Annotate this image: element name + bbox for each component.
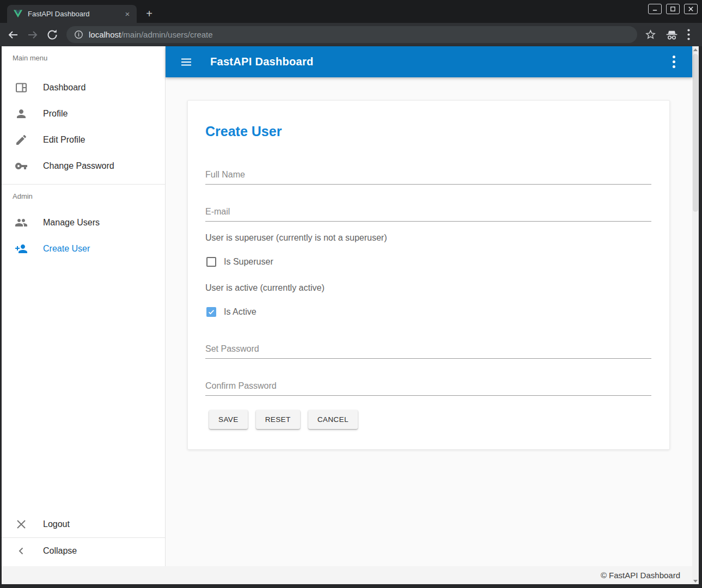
address-bar[interactable]: localhost/main/admin/users/create — [66, 26, 637, 43]
person-add-icon — [15, 242, 28, 255]
sidebar: Main menu Dashboard Profile Edit Profile — [2, 46, 166, 566]
page-title: Create User — [205, 124, 282, 139]
browser-toolbar: localhost/main/admin/users/create — [0, 23, 702, 46]
cancel-button[interactable]: CANCEL — [308, 410, 358, 429]
sidebar-divider — [2, 184, 166, 185]
appbar-title: FastAPI Dashboard — [210, 56, 314, 68]
save-button[interactable]: SAVE — [209, 410, 248, 429]
window-border-left — [0, 46, 2, 588]
bookmark-star-icon[interactable] — [645, 29, 656, 40]
reload-icon[interactable] — [46, 28, 59, 41]
key-icon — [15, 160, 28, 173]
minimize-button[interactable] — [648, 4, 662, 14]
active-checkbox[interactable] — [206, 307, 216, 317]
full-name-field-wrap — [205, 165, 651, 185]
main-content: FastAPI Dashboard Create User User is su… — [166, 46, 692, 566]
sidebar-item-profile[interactable]: Profile — [2, 101, 166, 127]
maximize-button[interactable] — [666, 4, 680, 14]
window-controls — [648, 4, 698, 14]
email-field-wrap — [205, 202, 651, 222]
set-password-field-wrap — [205, 339, 651, 359]
hamburger-menu-icon[interactable] — [180, 56, 193, 69]
superuser-hint: User is superuser (currently is not a su… — [205, 233, 387, 243]
full-name-input[interactable] — [205, 165, 651, 185]
dashboard-icon — [15, 81, 28, 94]
superuser-checkbox-row[interactable]: Is Superuser — [206, 257, 273, 267]
sidebar-item-logout[interactable]: Logout — [2, 511, 166, 537]
sidebar-section-main-menu: Main menu — [13, 54, 47, 62]
close-window-button[interactable] — [684, 4, 698, 14]
footer-copyright: © FastAPI Dashboard — [601, 571, 680, 580]
browser-window: FastAPI Dashboard × + — [0, 0, 702, 588]
form-buttons: SAVE RESET CANCEL — [209, 410, 358, 429]
browser-menu-kebab-icon[interactable] — [687, 29, 690, 40]
person-icon — [15, 107, 28, 120]
email-input[interactable] — [205, 202, 651, 222]
tab-strip: FastAPI Dashboard × + — [0, 0, 702, 23]
pencil-icon — [15, 133, 28, 146]
tab-title: FastAPI Dashboard — [28, 10, 123, 18]
scrollbar-up-arrow[interactable] — [692, 46, 699, 53]
new-tab-button[interactable]: + — [143, 8, 156, 21]
incognito-icon — [665, 29, 679, 41]
check-icon — [207, 308, 215, 316]
back-icon[interactable] — [7, 28, 20, 41]
window-border-bottom — [0, 584, 702, 588]
sidebar-item-create-user[interactable]: Create User — [2, 236, 166, 262]
sidebar-item-change-password[interactable]: Change Password — [2, 153, 166, 179]
browser-tab[interactable]: FastAPI Dashboard × — [7, 5, 137, 23]
app-toolbar: FastAPI Dashboard — [166, 46, 692, 77]
chevron-left-icon — [15, 544, 28, 558]
sidebar-item-dashboard[interactable]: Dashboard — [2, 75, 166, 101]
scrollbar-thumb[interactable] — [693, 54, 698, 212]
page-scrollbar[interactable] — [692, 46, 699, 584]
sidebar-item-collapse[interactable]: Collapse — [2, 538, 166, 564]
create-user-card: Create User User is superuser (currently… — [187, 100, 670, 450]
url-text: localhost/main/admin/users/create — [89, 30, 213, 39]
reset-button[interactable]: RESET — [256, 410, 300, 429]
people-icon — [15, 216, 28, 229]
confirm-password-input[interactable] — [205, 376, 651, 396]
toolbar-right-icons — [645, 29, 690, 41]
vue-favicon-icon — [14, 10, 22, 18]
confirm-password-field-wrap — [205, 376, 651, 396]
set-password-input[interactable] — [205, 339, 651, 359]
sidebar-item-edit-profile[interactable]: Edit Profile — [2, 127, 166, 153]
tab-close-icon[interactable]: × — [123, 9, 132, 19]
active-checkbox-row[interactable]: Is Active — [206, 307, 257, 317]
close-x-icon — [15, 518, 28, 531]
app-viewport: Main menu Dashboard Profile Edit Profile — [2, 46, 699, 584]
forward-icon[interactable] — [26, 28, 39, 41]
scrollbar-down-arrow[interactable] — [692, 578, 699, 584]
appbar-menu-kebab-icon[interactable] — [673, 56, 676, 69]
superuser-checkbox-label: Is Superuser — [224, 257, 273, 267]
superuser-checkbox[interactable] — [206, 257, 216, 267]
sidebar-item-manage-users[interactable]: Manage Users — [2, 210, 166, 236]
active-hint: User is active (currently active) — [205, 283, 325, 293]
sidebar-section-admin: Admin — [13, 192, 33, 200]
app-footer: © FastAPI Dashboard — [2, 566, 692, 584]
site-info-icon[interactable] — [74, 30, 83, 39]
active-checkbox-label: Is Active — [224, 307, 257, 317]
window-border-right — [699, 46, 702, 588]
